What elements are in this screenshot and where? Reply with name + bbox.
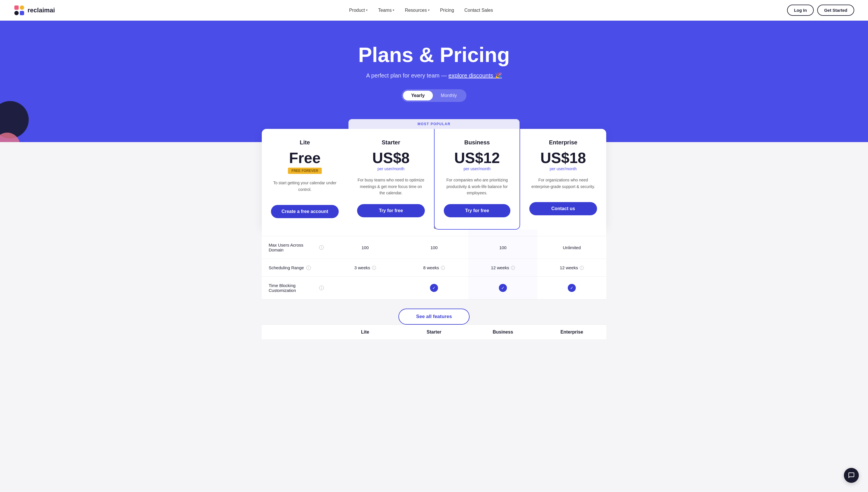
plan-price-starter: US$8 [357,150,425,165]
features-table: Max Users in Team i 1 user Up to 10 user… [262,218,606,299]
login-button[interactable]: Log In [787,5,814,16]
nav-pricing[interactable]: Pricing [436,5,458,15]
plan-price-business: US$12 [444,150,510,165]
check-icon: ✓ [499,284,507,292]
feature-label-time-blocking: Time Blocking Customization i [262,277,331,299]
feature-value-business-sched: 12 weeks i [468,259,537,276]
bottom-label-lite: Lite [331,329,400,335]
chevron-down-icon: ▾ [393,8,394,12]
svg-rect-3 [20,11,24,15]
chevron-down-icon: ▾ [428,8,430,12]
feature-value-starter-blocking: ✓ [400,277,468,299]
logo-text: reclaimai [28,7,55,14]
plan-desc-business: For companies who are prioritizing produ… [444,177,510,196]
cta-lite[interactable]: Create a free account [271,205,339,218]
discount-link[interactable]: explore discounts 🎉 [448,72,502,79]
info-icon-small[interactable]: i [441,266,445,270]
feature-value-lite-sched: 3 weeks i [331,259,400,276]
plan-business: Business US$12 per user/month For compan… [434,128,520,230]
page-title: Plans & Pricing [6,44,862,66]
most-popular-banner: MOST POPULAR [348,119,520,129]
monthly-toggle[interactable]: Monthly [433,91,465,100]
info-icon-small[interactable]: i [511,266,515,270]
feature-value-enterprise-sched: 12 weeks i [537,259,606,276]
nav-product[interactable]: Product ▾ [345,5,372,15]
logo[interactable]: reclaimai [14,5,55,16]
svg-rect-0 [14,5,19,10]
chevron-down-icon: ▾ [366,8,368,12]
feature-value-starter-sched: 8 weeks i [400,259,468,276]
see-all-features-button[interactable]: See all features [398,309,470,325]
pricing-cards-wrapper: MOST POPULAR Lite Free FREE FOREVER To s… [262,119,606,339]
pricing-cards: Lite Free FREE FOREVER To start getting … [262,129,606,230]
feature-value-enterprise-blocking: ✓ [537,277,606,299]
nav-contact-sales[interactable]: Contact Sales [461,5,497,15]
nav-resources[interactable]: Resources ▾ [401,5,433,15]
nav-teams[interactable]: Teams ▾ [374,5,398,15]
hero-subtitle: A perfect plan for every team — explore … [6,72,862,79]
check-icon: ✓ [430,284,438,292]
bottom-plan-labels: Lite Starter Business Enterprise [262,325,606,339]
plan-price-lite: Free [271,150,339,165]
per-user-business: per user/month [444,167,510,171]
plan-name-enterprise: Enterprise [529,139,597,146]
info-icon-small[interactable]: i [580,266,584,270]
plan-enterprise: Enterprise US$18 per user/month For orga… [520,129,606,230]
plan-starter: Starter US$8 per user/month For busy tea… [348,129,434,230]
plan-price-enterprise: US$18 [529,150,597,165]
svg-rect-2 [20,5,24,10]
feature-value-enterprise-domain: Unlimited [537,236,606,259]
cta-enterprise[interactable]: Contact us [529,202,597,215]
feature-value-starter-domain: 100 [400,236,468,259]
feature-row-max-users-domain: Max Users Across Domain i 100 100 100 Un… [262,236,606,259]
plan-lite: Lite Free FREE FOREVER To start getting … [262,129,348,230]
plan-name-lite: Lite [271,139,339,146]
feature-value-lite-blocking [331,277,400,299]
bottom-label-empty [262,329,331,335]
nav-actions: Log In Get Started [787,5,854,16]
cta-business[interactable]: Try for free [444,204,510,217]
plan-desc-enterprise: For organizations who need enterprise-gr… [529,177,597,194]
cta-starter[interactable]: Try for free [357,204,425,217]
svg-rect-1 [14,11,19,15]
feature-row-time-blocking: Time Blocking Customization i ✓ ✓ ✓ [262,276,606,299]
bottom-label-starter: Starter [400,329,468,335]
feature-value-business-domain: 100 [468,236,537,259]
bottom-label-enterprise: Enterprise [537,329,606,335]
yearly-toggle[interactable]: Yearly [403,91,432,100]
info-icon[interactable]: i [319,286,324,290]
feature-value-business-blocking: ✓ [468,277,537,299]
bottom-label-business: Business [468,329,537,335]
plan-desc-starter: For busy teams who need to optimize meet… [357,177,425,196]
price-badge-lite: FREE FOREVER [288,168,321,174]
plan-name-business: Business [444,139,510,146]
get-started-button[interactable]: Get Started [817,5,854,16]
see-all-wrapper: See all features [262,309,606,325]
info-icon[interactable]: i [306,266,311,270]
navbar: reclaimai Product ▾ Teams ▾ Resources ▾ … [0,0,868,21]
feature-row-scheduling: Scheduling Range i 3 weeks i 8 weeks i 1… [262,259,606,276]
pricing-section: MOST POPULAR Lite Free FREE FOREVER To s… [0,142,868,379]
plan-desc-lite: To start getting your calendar under con… [271,180,339,197]
nav-links: Product ▾ Teams ▾ Resources ▾ Pricing Co… [345,5,497,15]
feature-value-lite-domain: 100 [331,236,400,259]
billing-toggle: Yearly Monthly [402,89,466,102]
per-user-enterprise: per user/month [529,167,597,171]
feature-label-scheduling: Scheduling Range i [262,259,331,276]
info-icon-small[interactable]: i [372,266,376,270]
feature-label-max-users-domain: Max Users Across Domain i [262,236,331,259]
plan-name-starter: Starter [357,139,425,146]
info-icon[interactable]: i [319,245,324,250]
check-icon: ✓ [568,284,576,292]
per-user-starter: per user/month [357,167,425,171]
